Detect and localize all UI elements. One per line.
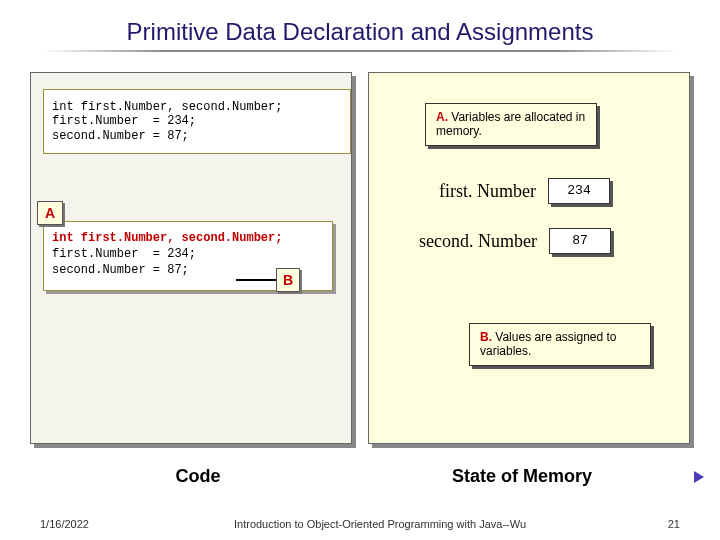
code-a-line3: second.Number = 87;	[52, 263, 189, 277]
code-a-line2: first.Number = 234;	[52, 247, 196, 261]
annotation-a-prefix: A.	[436, 110, 448, 124]
var-second-value: 87	[549, 228, 611, 254]
slide-title: Primitive Data Declaration and Assignmen…	[0, 0, 720, 50]
code-a-line1: int first.Number, second.Number;	[52, 230, 324, 246]
annotation-b: B. Values are assigned to variables.	[469, 323, 651, 366]
label-state-text: State of Memory	[452, 466, 592, 486]
content-area: int first.Number, second.Number; first.N…	[30, 72, 690, 462]
var-second-row: second. Number 87	[419, 228, 611, 254]
arrow-to-b	[236, 279, 276, 281]
memory-pane: A. Variables are allocated in memory. fi…	[368, 72, 690, 444]
code-pane: int first.Number, second.Number; first.N…	[30, 72, 352, 444]
annotation-b-text: Values are assigned to variables.	[480, 330, 617, 358]
badge-b: B	[276, 268, 300, 292]
annotation-a: A. Variables are allocated in memory.	[425, 103, 597, 146]
label-state: State of Memory	[362, 466, 682, 487]
footer-date: 1/16/2022	[40, 518, 140, 530]
annotation-b-prefix: B.	[480, 330, 492, 344]
bullet-icon	[694, 471, 704, 483]
footer-page: 21	[620, 518, 680, 530]
code-block-top: int first.Number, second.Number; first.N…	[43, 89, 351, 154]
bottom-labels: Code State of Memory	[0, 466, 720, 487]
annotation-a-text: Variables are allocated in memory.	[436, 110, 585, 138]
var-second-name: second. Number	[419, 231, 537, 252]
label-code: Code	[38, 466, 358, 487]
var-first-row: first. Number 234	[439, 178, 610, 204]
footer: 1/16/2022 Introduction to Object-Oriente…	[0, 518, 720, 530]
title-divider	[40, 50, 680, 52]
footer-course: Introduction to Object-Oriented Programm…	[140, 518, 620, 530]
var-first-name: first. Number	[439, 181, 536, 202]
badge-a: A	[37, 201, 63, 225]
var-first-value: 234	[548, 178, 610, 204]
